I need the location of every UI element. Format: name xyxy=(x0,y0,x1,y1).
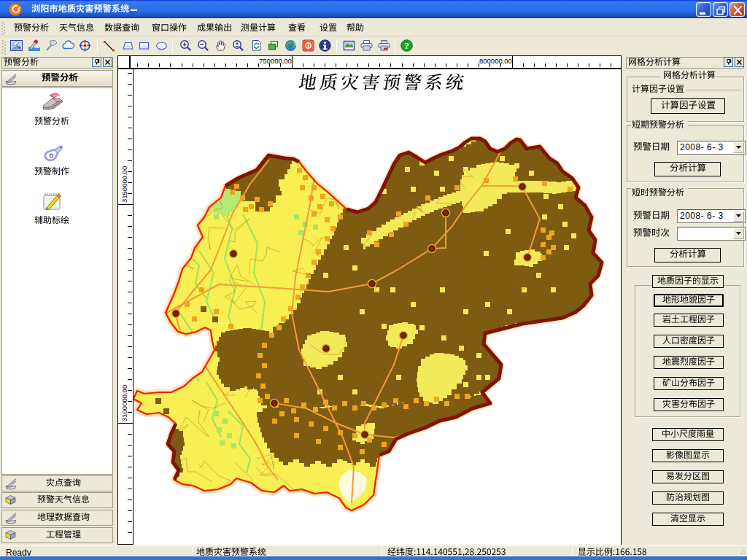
svg-text:?: ? xyxy=(404,40,409,51)
